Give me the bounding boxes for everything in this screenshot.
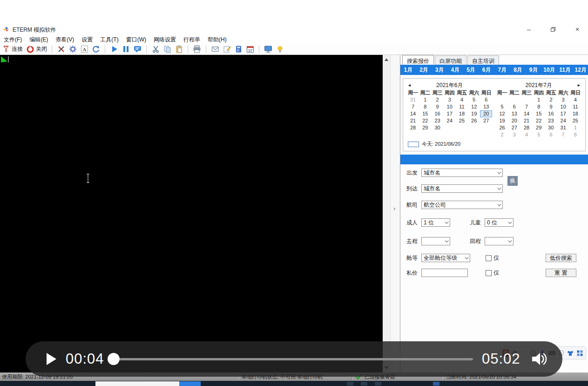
calendar-day[interactable]: 22 xyxy=(533,117,545,124)
calendar-day[interactable]: 3 xyxy=(557,96,569,103)
calendar-next-icon[interactable]: ► xyxy=(577,83,581,88)
calendar-day[interactable]: 26 xyxy=(468,117,480,124)
calendar-day[interactable]: 18 xyxy=(456,110,468,117)
menu-tools[interactable]: 工具(T) xyxy=(100,36,118,44)
month-button-10[interactable]: 10月 xyxy=(541,66,557,74)
calendar-day[interactable]: 25 xyxy=(456,117,468,124)
tab-search-quote[interactable]: 搜索报价 xyxy=(402,55,434,64)
seek-handle[interactable] xyxy=(108,353,120,365)
tab-self-training[interactable]: 自主培训 xyxy=(467,55,499,65)
calendar-day[interactable]: 9 xyxy=(545,103,557,110)
note-edit-icon[interactable] xyxy=(223,45,231,54)
calendar-day[interactable]: 11 xyxy=(456,103,468,110)
today-label[interactable]: 今天: 2021/06/20 xyxy=(422,141,460,148)
pause-icon[interactable] xyxy=(122,45,130,54)
calendar-day[interactable]: 25 xyxy=(569,117,581,124)
private-only-checkbox[interactable] xyxy=(486,270,492,276)
calendar-day[interactable]: 26 xyxy=(496,124,508,131)
restore-button[interactable] xyxy=(546,24,560,34)
child-count-select[interactable]: 0 位 xyxy=(485,218,514,227)
calendar-day[interactable]: 23 xyxy=(545,117,557,124)
bottom-searchbox[interactable] xyxy=(95,381,179,386)
calendar-day[interactable]: 3 xyxy=(508,131,520,138)
calendar-day[interactable]: 3 xyxy=(444,96,456,103)
copy-icon[interactable] xyxy=(163,45,171,54)
month-button-3[interactable]: 3月 xyxy=(432,66,447,74)
monitor-icon[interactable] xyxy=(264,45,272,54)
calendar-day[interactable]: 28 xyxy=(520,124,533,131)
calendar-day[interactable]: 6 xyxy=(480,96,492,103)
calendar-day[interactable]: 5 xyxy=(468,96,480,103)
seek-bar[interactable] xyxy=(119,358,473,360)
calendar-day[interactable]: 30 xyxy=(431,124,443,131)
calendar-day[interactable]: 8 xyxy=(533,103,545,110)
ime-toolbox-icon[interactable] xyxy=(576,349,583,357)
calendar-day[interactable]: 31 xyxy=(557,124,569,131)
calendar-day[interactable]: 31 xyxy=(407,96,419,103)
month-button-5[interactable]: 5月 xyxy=(463,66,479,74)
chat-icon[interactable] xyxy=(133,45,142,54)
paste-icon[interactable] xyxy=(175,45,183,54)
calendar-day[interactable]: 6 xyxy=(545,131,557,138)
swap-cities-button[interactable]: 换 xyxy=(507,176,518,186)
calendar-day[interactable]: 28 xyxy=(407,124,419,131)
month-button-1[interactable]: 1月 xyxy=(400,66,416,74)
print-icon[interactable] xyxy=(193,45,201,54)
minimize-button[interactable]: – xyxy=(522,24,536,34)
calendar-day[interactable]: 30 xyxy=(545,124,557,131)
menu-file[interactable]: 文件(F) xyxy=(4,36,22,44)
calendar-day[interactable]: 24 xyxy=(557,117,569,124)
calendar-day[interactable]: 23 xyxy=(431,117,443,124)
calendar-day[interactable]: 14 xyxy=(407,110,419,117)
font-icon[interactable]: A xyxy=(80,45,88,54)
calendar-day[interactable]: 7 xyxy=(407,103,419,110)
calendar-day[interactable]: 8 xyxy=(419,103,431,110)
calendar-icon[interactable]: 17 xyxy=(246,45,254,54)
month-button-2[interactable]: 2月 xyxy=(416,66,432,74)
tools-icon[interactable] xyxy=(57,45,65,54)
month-button-7[interactable]: 7月 xyxy=(494,66,510,74)
calendar-day[interactable]: 7 xyxy=(557,131,569,138)
play-button[interactable] xyxy=(47,353,56,365)
calendar-day[interactable]: 12 xyxy=(468,103,480,110)
calendar-day[interactable]: 29 xyxy=(533,124,545,131)
calendar-day[interactable]: 24 xyxy=(444,117,456,124)
play-icon[interactable] xyxy=(110,45,118,54)
calendar-day[interactable]: 15 xyxy=(419,110,431,117)
month-button-12[interactable]: 12月 xyxy=(573,66,588,74)
month-button-4[interactable]: 4月 xyxy=(447,66,463,74)
calendar-day[interactable]: 2 xyxy=(545,96,557,103)
panel-splitter[interactable]: › xyxy=(390,55,400,372)
calendar-day[interactable]: 1 xyxy=(533,96,545,103)
month-button-9[interactable]: 9月 xyxy=(526,66,541,74)
return-date-select[interactable] xyxy=(485,237,514,245)
calendar-day[interactable]: 12 xyxy=(496,110,508,117)
calendar-day[interactable]: 4 xyxy=(569,96,581,103)
calendar-day[interactable]: 17 xyxy=(444,110,456,117)
calendar-prev-icon[interactable]: ◄ xyxy=(407,83,412,88)
collapse-panel-icon[interactable]: › xyxy=(393,205,395,212)
mail-icon[interactable] xyxy=(211,45,219,54)
calendar-day[interactable]: 10 xyxy=(557,103,569,110)
calendar-day[interactable]: 29 xyxy=(419,124,431,131)
connect-button[interactable]: 连接 xyxy=(2,45,23,54)
cabin-class-select[interactable]: 全部舱位等级 xyxy=(421,254,470,262)
calendar-day[interactable]: 11 xyxy=(569,103,581,110)
calendar-day[interactable]: 13 xyxy=(480,103,492,110)
calendar-day[interactable]: 5 xyxy=(496,103,508,110)
terminal-scrollbar[interactable] xyxy=(383,55,390,372)
calendar-day[interactable]: 22 xyxy=(419,117,431,124)
month-button-11[interactable]: 11月 xyxy=(557,66,573,74)
calendar-day[interactable]: 9 xyxy=(431,103,443,110)
calculator-icon[interactable] xyxy=(234,45,243,54)
tab-white-screen[interactable]: 白屏功能 xyxy=(435,55,466,65)
calendar-day[interactable]: 13 xyxy=(508,110,520,117)
month-button-6[interactable]: 6月 xyxy=(479,66,494,74)
menu-edit[interactable]: 编辑(E) xyxy=(29,36,48,44)
calendar-day[interactable]: 8 xyxy=(569,131,581,138)
calendar-day[interactable]: 6 xyxy=(508,103,520,110)
calendar-day[interactable]: 14 xyxy=(520,110,533,117)
low-price-search-button[interactable]: 低价搜索 xyxy=(546,254,576,262)
calendar-day[interactable]: 5 xyxy=(533,131,545,138)
calendar-day[interactable]: 17 xyxy=(557,110,569,117)
